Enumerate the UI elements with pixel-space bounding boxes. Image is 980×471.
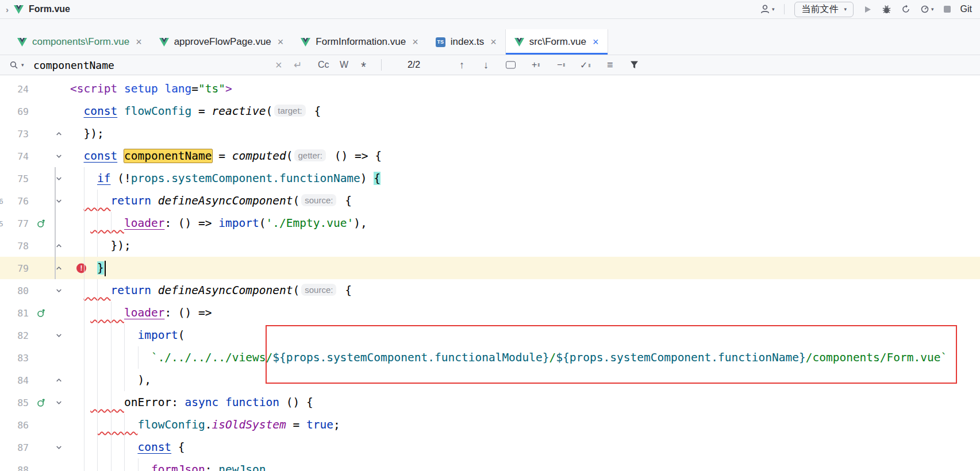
search-input[interactable]: componentName [33, 59, 114, 71]
run-button[interactable] [863, 5, 872, 14]
tab-close-icon[interactable]: × [490, 37, 497, 47]
previous-match-button[interactable]: ↑ [459, 59, 464, 71]
match-count: 2/2 [397, 60, 431, 70]
code-line[interactable]: 75 if (!props.systemComponent.functionNa… [0, 167, 980, 190]
text-caret [105, 261, 106, 276]
tab-close-icon[interactable]: × [412, 37, 418, 47]
code-line[interactable]: 74 const componentName = computed(getter… [0, 145, 980, 167]
search-history-chevron-icon[interactable]: ▾ [21, 62, 24, 68]
inlay-hint: getter: [294, 149, 326, 161]
debug-bug-icon[interactable] [882, 5, 891, 14]
git-widget[interactable]: Git [960, 4, 972, 14]
stop-icon [944, 6, 951, 13]
code-lines: 24<script setup lang="ts">69 const flowC… [0, 75, 980, 471]
code-text: loader: () => import('./Empty.vue'), [64, 212, 367, 234]
code-text: <script setup lang="ts"> [64, 78, 232, 100]
line-number: 84 [0, 375, 29, 385]
code-text: return defineAsyncComponent(source: { [64, 190, 352, 212]
fold-down-icon[interactable] [55, 331, 63, 339]
code-line[interactable]: 88 formJson: newJson, [0, 458, 980, 471]
line-number: 74 [0, 150, 29, 161]
navigate-up-icon[interactable] [37, 308, 46, 318]
chevron-right-icon[interactable]: › [6, 5, 9, 14]
select-all-matches-icon[interactable]: ✓II [580, 60, 590, 71]
chevron-down-icon: ▾ [931, 6, 934, 12]
fold-down-icon[interactable] [55, 287, 63, 294]
bars-icon: II [537, 62, 539, 68]
fold-end-icon[interactable] [55, 242, 63, 249]
editor-tab[interactable]: TSindex.ts× [427, 29, 505, 55]
open-in-find-window-icon[interactable] [506, 61, 516, 69]
tab-label: src\Form.vue [529, 36, 586, 48]
ts-badge: TS [436, 37, 445, 47]
code-text: }); [64, 234, 131, 257]
remove-selection-icon[interactable]: −II [557, 60, 564, 70]
tab-label: FormInformation.vue [316, 36, 406, 48]
gutter: 87 [0, 436, 64, 458]
stop-button[interactable] [944, 6, 951, 13]
code-text: formJson: newJson, [64, 458, 272, 471]
whole-words-toggle[interactable]: W [340, 60, 348, 70]
editor-tab[interactable]: components\Form.vue× [9, 29, 151, 55]
fold-down-icon[interactable] [55, 443, 63, 451]
navigate-up-icon[interactable] [37, 219, 46, 228]
code-line[interactable]: 79 }! [0, 257, 980, 279]
tab-label: components\Form.vue [32, 36, 129, 48]
fold-end-icon[interactable] [55, 376, 63, 384]
search-icon[interactable] [9, 60, 18, 70]
code-line[interactable]: 87 const { [0, 436, 980, 458]
code-line[interactable]: 82 import( [0, 324, 980, 346]
code-line[interactable]: 84 ), [0, 369, 980, 391]
rerun-coverage-button[interactable] [901, 5, 910, 14]
line-number: 85 [0, 397, 29, 408]
match-case-toggle[interactable]: Cc [318, 60, 329, 70]
line-number: 79 [0, 262, 29, 273]
code-line[interactable]: 69 const flowConfig = reactive(target: { [0, 100, 980, 122]
run-config-selector[interactable]: 当前文件 ▾ [794, 2, 854, 17]
filter-icon[interactable] [630, 61, 639, 70]
user-menu-button[interactable]: ▾ [760, 4, 775, 14]
fold-end-icon[interactable] [55, 130, 63, 137]
tab-close-icon[interactable]: × [278, 37, 284, 47]
code-line[interactable]: 80 return defineAsyncComponent(source: { [0, 279, 980, 302]
code-line[interactable]: 73 }); [0, 122, 980, 145]
code-line[interactable]: 83 `./../../../views/${props.systemCompo… [0, 346, 980, 369]
add-selection-icon[interactable]: +II [532, 60, 539, 70]
gutter: 73 [0, 122, 64, 145]
tab-close-icon[interactable]: × [593, 37, 599, 47]
fold-end-icon[interactable] [55, 264, 63, 272]
code-line[interactable]: 577 loader: () => import('./Empty.vue'), [0, 212, 980, 234]
code-line[interactable]: 85 onError: async function () { [0, 391, 980, 414]
regex-toggle[interactable]: * [361, 60, 366, 75]
line-number: 75 [0, 173, 29, 184]
gutter: 577 [0, 212, 64, 234]
editor-tab[interactable]: FormInformation.vue× [292, 29, 426, 55]
code-line[interactable]: 676 return defineAsyncComponent(source: … [0, 190, 980, 212]
fold-down-icon[interactable] [55, 175, 63, 182]
editor-tab[interactable]: approveFlowPage.vue× [151, 29, 293, 55]
fold-down-icon[interactable] [55, 152, 63, 160]
tab-close-icon[interactable]: × [136, 37, 142, 47]
editor-tab[interactable]: src\Form.vue× [505, 29, 608, 55]
search-options-icon[interactable]: ≡ [607, 59, 613, 71]
next-match-button[interactable]: ↓ [483, 59, 489, 71]
search-match-highlight: componentName [124, 149, 212, 163]
navigate-up-icon[interactable] [37, 398, 46, 407]
code-text: const componentName = computed(getter: (… [64, 145, 382, 167]
inlay-hint: source: [301, 194, 336, 206]
code-line[interactable]: 78 }); [0, 234, 980, 257]
fold-down-icon[interactable] [55, 399, 63, 406]
fold-down-icon[interactable] [55, 197, 63, 204]
line-number: 78 [0, 240, 29, 251]
code-line[interactable]: 81 loader: () => [0, 302, 980, 324]
insert-newline-icon[interactable]: ↵ [294, 59, 302, 71]
vue-icon [514, 38, 524, 47]
code-line[interactable]: 24<script setup lang="ts"> [0, 78, 980, 100]
gutter: 81 [0, 302, 64, 324]
clear-search-icon[interactable]: × [275, 59, 282, 72]
editor[interactable]: 24<script setup lang="ts">69 const flowC… [0, 75, 980, 471]
run-config-label: 当前文件 [801, 3, 838, 16]
code-line[interactable]: 86 flowConfig.isOldSystem = true; [0, 414, 980, 436]
inlay-hint: target: [274, 105, 306, 117]
profiler-button[interactable]: ▾ [920, 5, 934, 14]
